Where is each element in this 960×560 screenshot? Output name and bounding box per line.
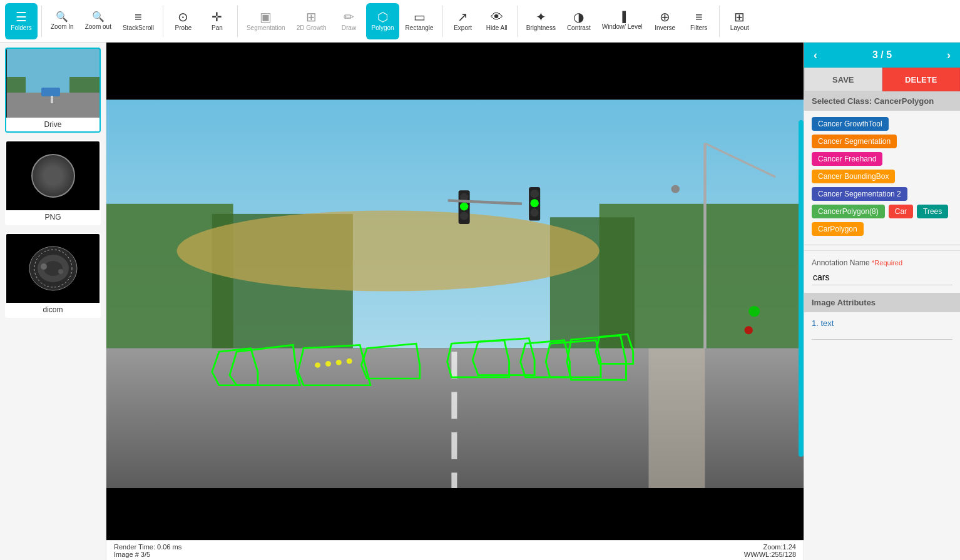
tag-cancer-growthtool[interactable]: Cancer GrowthTool xyxy=(812,117,889,131)
save-button[interactable]: SAVE xyxy=(804,68,882,91)
tag-cancer-freehand[interactable]: Cancer Freehand xyxy=(812,152,882,166)
selected-class-header: Selected Class: CancerPolygon xyxy=(804,91,960,111)
scene-svg xyxy=(106,43,804,560)
drive-label: Drive xyxy=(6,118,100,131)
tool-polygon[interactable]: ⬡ Polygon xyxy=(366,3,399,39)
svg-marker-45 xyxy=(361,344,419,379)
svg-rect-5 xyxy=(51,96,53,103)
delete-button[interactable]: DELETE xyxy=(882,68,961,91)
svg-point-26 xyxy=(460,212,469,220)
dicom-label: dicom xyxy=(6,303,100,317)
sidebar-item-dicom[interactable]: dicom xyxy=(5,233,101,318)
sidebar-item-png[interactable]: PNG xyxy=(5,140,101,225)
tool-draw[interactable]: ✏ Draw xyxy=(332,3,365,39)
tool-rectangle[interactable]: ▭ Rectangle xyxy=(401,3,439,39)
svg-line-31 xyxy=(448,200,522,203)
canvas-drive-label: Drive av003 xyxy=(774,48,796,69)
dicom-thumb-svg xyxy=(22,240,84,297)
tool-zoom-out[interactable]: 🔍 Zoom out xyxy=(80,3,116,39)
divider-1 xyxy=(41,6,42,37)
tool-window-level[interactable]: ▐ Window/ Level xyxy=(597,3,648,39)
svg-marker-50 xyxy=(567,335,626,380)
tool-stackscroll-label: StackScroll xyxy=(123,24,154,31)
zoom-out-icon: 🔍 xyxy=(92,12,105,22)
tool-pan[interactable]: ✛ Pan xyxy=(201,3,233,39)
polygon-icon: ⬡ xyxy=(377,11,388,23)
canvas-status-left: Render Time: 0.06 ms Image # 3/5 xyxy=(114,543,181,558)
tool-zoom-in-label: Zoom In xyxy=(51,23,74,30)
tool-2d-growth[interactable]: ⊞ 2D Growth xyxy=(292,3,332,39)
tag-car-polygon[interactable]: CarPolygon xyxy=(812,222,864,236)
tag-cancer-segmentation2[interactable]: Cancer Segementation 2 xyxy=(812,187,907,201)
render-time: Render Time: 0.06 ms xyxy=(114,543,181,551)
tool-probe-label: Probe xyxy=(175,24,192,31)
svg-point-42 xyxy=(325,361,331,367)
svg-rect-35 xyxy=(451,432,457,459)
nav-next-button[interactable]: › xyxy=(937,43,960,68)
required-mark: *Required xyxy=(872,259,902,267)
segmentation-icon: ▣ xyxy=(260,11,272,23)
nav-header: ‹ 3 / 5 › xyxy=(804,43,960,68)
tool-segmentation[interactable]: ▣ Segmentation xyxy=(242,3,290,39)
tool-pan-label: Pan xyxy=(212,24,223,31)
attr-label: text xyxy=(820,318,834,328)
sidebar-item-drive[interactable]: Drive xyxy=(5,48,101,133)
tool-inverse[interactable]: ⊕ Inverse xyxy=(649,3,682,39)
png-thumbnail xyxy=(6,141,100,210)
svg-point-30 xyxy=(530,208,539,216)
nav-prev-button[interactable]: ‹ xyxy=(804,43,827,68)
tool-2d-growth-label: 2D Growth xyxy=(297,24,327,31)
tool-zoom-in[interactable]: 🔍 Zoom In xyxy=(46,3,79,39)
annotation-label: Annotation Name *Required xyxy=(812,258,952,267)
image-number: Image # 3/5 xyxy=(114,551,181,558)
contrast-icon: ◑ xyxy=(573,11,584,23)
tool-layout[interactable]: ⊞ Layout xyxy=(723,3,756,39)
divider-3 xyxy=(237,6,238,37)
svg-point-29 xyxy=(530,199,539,207)
annotation-input[interactable] xyxy=(812,270,952,285)
svg-point-52 xyxy=(748,306,760,317)
tool-rectangle-label: Rectangle xyxy=(406,24,434,31)
draw-icon: ✏ xyxy=(344,11,354,23)
svg-rect-4 xyxy=(41,88,60,96)
svg-rect-27 xyxy=(529,187,540,221)
tag-cancer-polygon[interactable]: CancerPolygon(8) xyxy=(812,205,885,218)
tool-probe[interactable]: ⊙ Probe xyxy=(167,3,200,39)
svg-point-44 xyxy=(347,359,352,364)
tag-car[interactable]: Car xyxy=(889,205,913,218)
dicom-thumbnail xyxy=(6,234,100,303)
tool-contrast[interactable]: ◑ Contrast xyxy=(562,3,596,39)
drive-thumb-svg xyxy=(7,49,100,118)
tool-filters[interactable]: ≡ Filters xyxy=(683,3,715,39)
svg-rect-16 xyxy=(212,214,353,349)
svg-marker-39 xyxy=(212,349,258,385)
tool-stackscroll[interactable]: ≡ StackScroll xyxy=(118,3,159,39)
canvas-scrollbar[interactable] xyxy=(799,120,804,457)
inverse-icon: ⊕ xyxy=(660,11,670,23)
tool-brightness[interactable]: ✦ Brightness xyxy=(521,3,561,39)
svg-rect-15 xyxy=(106,204,233,349)
separator-1 xyxy=(804,245,960,245)
svg-marker-47 xyxy=(472,339,534,375)
tag-trees[interactable]: Trees xyxy=(917,205,948,218)
svg-point-11 xyxy=(58,269,63,274)
tag-cancer-segmentation[interactable]: Cancer Segmentation xyxy=(812,135,897,148)
canvas-area[interactable]: Drive av003 xyxy=(106,43,804,560)
layout-icon: ⊞ xyxy=(734,11,745,23)
tool-export[interactable]: ↗ Export xyxy=(447,3,479,39)
image-attributes-content: 1. text xyxy=(804,312,960,334)
tag-cancer-boundingbox[interactable]: Cancer BoundingBox xyxy=(812,170,895,183)
attr-item-1: 1. text xyxy=(812,318,952,328)
window-level-icon: ▐ xyxy=(619,12,626,22)
svg-point-22 xyxy=(671,185,680,193)
svg-line-21 xyxy=(705,143,775,177)
zoom-level: Zoom:1.24 xyxy=(744,543,796,551)
svg-marker-48 xyxy=(521,340,570,377)
tool-draw-label: Draw xyxy=(342,24,356,31)
tool-inverse-label: Inverse xyxy=(655,24,675,31)
svg-point-19 xyxy=(177,211,600,292)
tool-hide-all[interactable]: 👁 Hide All xyxy=(481,3,513,39)
svg-marker-46 xyxy=(447,340,509,377)
tool-folders[interactable]: ☰ Folders xyxy=(5,3,38,39)
svg-point-43 xyxy=(336,360,342,365)
